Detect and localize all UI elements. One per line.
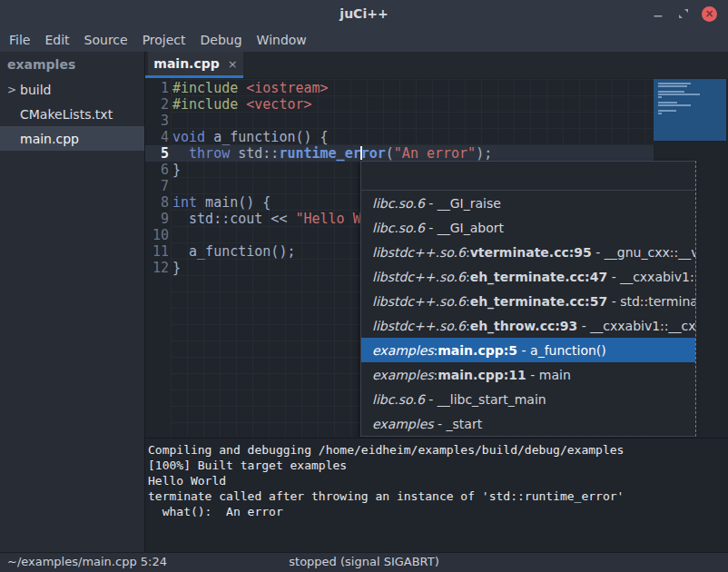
close-button[interactable]: × xyxy=(702,6,717,22)
line-number: 9 xyxy=(145,211,169,227)
line-number: 4 xyxy=(145,129,169,145)
line-number: 6 xyxy=(145,162,169,178)
code-line[interactable]: 5 throw std::runtime_error("An error"); xyxy=(145,145,728,162)
code-token: } xyxy=(172,162,181,178)
frame-dash: - xyxy=(607,270,620,284)
frame-location: vterminate.cc:95 xyxy=(470,245,592,260)
code-token: #include xyxy=(172,80,246,96)
frame-module: libc.so.6 xyxy=(372,392,425,407)
sidebar-item-label: CMakeLists.txt xyxy=(20,107,113,122)
code-line[interactable]: 2#include <vector> xyxy=(145,96,728,113)
menu-item-project[interactable]: Project xyxy=(143,33,186,47)
sidebar-item-main-cpp[interactable]: main.cpp xyxy=(0,126,144,151)
menu-item-source[interactable]: Source xyxy=(84,33,128,47)
frame-dash: - xyxy=(434,417,447,431)
stack-frame[interactable]: libc.so.6 - __libc_start_main xyxy=(361,387,695,411)
window-controls: − × xyxy=(651,0,717,27)
line-number: 8 xyxy=(145,194,169,211)
frame-location: eh_throw.cc:93 xyxy=(470,319,578,333)
restore-icon xyxy=(678,5,689,23)
stack-frame[interactable]: libc.so.6 - __GI_abort xyxy=(361,215,695,240)
frame-module: examples xyxy=(372,417,434,431)
terminal-output[interactable]: Compiling and debugging /home/eidheim/ex… xyxy=(145,438,728,552)
sidebar-tree: >buildCMakeLists.txtmain.cpp xyxy=(0,77,144,151)
stack-frame[interactable]: examples:main.cpp:11 - main xyxy=(361,362,695,387)
stack-frame[interactable]: libstdc++.so.6:eh_terminate.cc:47 - __cx… xyxy=(361,264,695,289)
code-line[interactable]: 1#include <iostream> xyxy=(145,80,728,96)
line-number: 2 xyxy=(145,96,169,113)
line-number: 3 xyxy=(145,113,169,129)
minimap-line xyxy=(658,104,691,106)
sidebar-item-label: build xyxy=(20,83,51,97)
code-token: ( xyxy=(386,145,394,162)
code-text: } xyxy=(172,260,181,276)
menu-item-file[interactable]: File xyxy=(9,33,30,47)
code-token: a_function() { xyxy=(205,129,328,145)
minimap-line xyxy=(658,96,662,98)
tab-main-cpp[interactable]: main.cpp × xyxy=(148,52,243,75)
code-token: main() { xyxy=(197,194,271,211)
code-token: "Hello W xyxy=(295,211,360,227)
line-number: 12 xyxy=(145,260,169,276)
minimap-line xyxy=(658,83,691,84)
code-token: <vector> xyxy=(246,96,311,113)
code-token: throw xyxy=(189,145,230,162)
stack-frame[interactable]: examples:main.cpp:5 - a_function() xyxy=(361,338,695,362)
code-token: a_function(); xyxy=(172,243,295,260)
statusbar: ~/examples/main.cpp 5:24 stopped (signal… xyxy=(0,552,728,572)
overview-minimap[interactable] xyxy=(654,79,726,141)
frame-module: libc.so.6 xyxy=(372,196,425,211)
tab-close-icon[interactable]: × xyxy=(228,58,238,70)
stack-frame[interactable]: libc.so.6 - __GI_raise xyxy=(361,191,695,215)
code-text: std::cout << "Hello W xyxy=(172,211,361,227)
frame-function: __GI_abort xyxy=(438,221,504,235)
code-editor[interactable]: 1#include <iostream>2#include <vector>34… xyxy=(145,78,728,438)
frame-function: std::terminate() xyxy=(620,294,695,309)
close-icon: × xyxy=(704,6,713,22)
menu-item-window[interactable]: Window xyxy=(257,33,307,47)
restore-button[interactable] xyxy=(677,7,690,20)
code-line[interactable]: 4void a_function() { xyxy=(145,129,728,145)
frame-module: libstdc++.so.6 xyxy=(372,270,466,284)
code-token: <iostream> xyxy=(246,80,328,96)
frame-dash: - xyxy=(592,245,605,260)
content: examples >buildCMakeLists.txtmain.cpp ma… xyxy=(0,52,728,552)
frame-location: main.cpp:11 xyxy=(438,368,526,382)
minimap-line xyxy=(658,91,684,93)
sidebar-item-build[interactable]: >build xyxy=(0,77,144,102)
menu-item-debug[interactable]: Debug xyxy=(201,33,242,47)
frame-module: examples xyxy=(372,343,434,358)
code-line[interactable]: 3 xyxy=(145,113,728,129)
stack-frame[interactable]: examples - _start xyxy=(361,411,695,436)
frame-location: eh_terminate.cc:47 xyxy=(470,270,608,284)
minimize-button[interactable]: − xyxy=(651,0,665,29)
code-token: ); xyxy=(476,145,492,162)
code-token: #include xyxy=(172,96,246,113)
code-token xyxy=(172,145,189,162)
frame-module: libstdc++.so.6 xyxy=(372,319,466,333)
minimap-line xyxy=(658,113,662,114)
menu-item-edit[interactable]: Edit xyxy=(44,33,69,47)
terminal-line: [100%] Built target examples xyxy=(148,458,728,473)
stack-frame[interactable]: libstdc++.so.6:eh_throw.cc:93 - __cxxabi… xyxy=(361,313,695,338)
frame-dash: - xyxy=(425,221,438,235)
code-token: std:: xyxy=(230,145,279,162)
line-number: 1 xyxy=(145,80,169,96)
code-token: } xyxy=(172,260,181,276)
stack-frame[interactable]: libstdc++.so.6:eh_terminate.cc:57 - std:… xyxy=(361,289,695,313)
stack-trace-popup: libc.so.6 - __GI_raiselibc.so.6 - __GI_a… xyxy=(360,161,696,437)
stack-frame[interactable]: libstdc++.so.6:vterminate.cc:95 - __gnu_… xyxy=(361,240,695,264)
chevron-right-icon[interactable]: > xyxy=(7,84,20,96)
frame-function: main xyxy=(539,368,571,382)
code-token: std::cout << xyxy=(172,211,295,227)
frame-location: eh_terminate.cc:57 xyxy=(470,294,608,309)
frame-module: examples xyxy=(372,368,434,382)
sidebar-item-cmakelists-txt[interactable]: CMakeLists.txt xyxy=(0,102,144,126)
titlebar: juCi++ − × xyxy=(0,0,728,27)
frame-dash: - xyxy=(425,196,438,211)
frame-location: main.cpp:5 xyxy=(438,343,517,358)
code-token: ror xyxy=(361,145,386,162)
code-token: int xyxy=(172,194,197,211)
code-text: int main() { xyxy=(172,194,271,211)
code-text: #include <vector> xyxy=(172,96,312,113)
